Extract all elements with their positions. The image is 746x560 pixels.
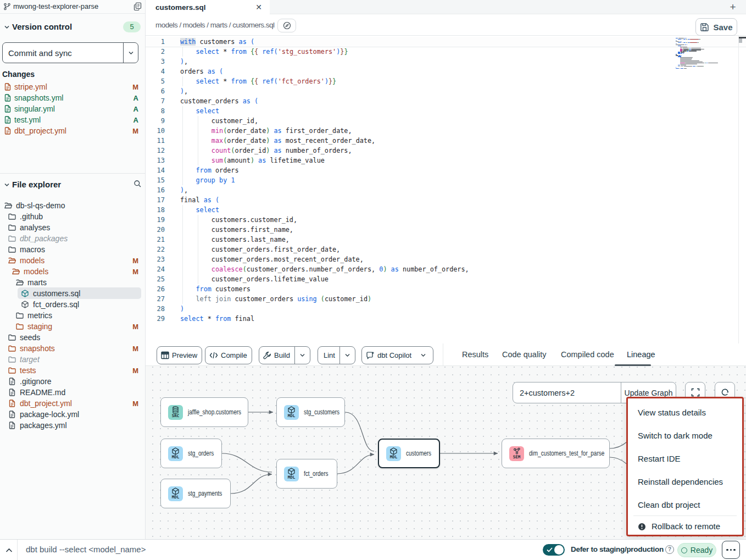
tree-item-seeds[interactable]: seeds [0,332,145,343]
code-line[interactable]: 18 select [146,205,746,215]
tree-item-readme-md[interactable]: README.md [0,387,145,398]
tree-item-dbt-packages[interactable]: dbt_packages [0,233,145,244]
build-dropdown-toggle[interactable] [295,352,310,358]
commit-and-sync-button[interactable]: Commit and sync [2,42,138,63]
tree-item-package-lock-yml[interactable]: package-lock.yml [0,409,145,420]
code-line[interactable]: 23 customer_orders.most_recent_order_dat… [146,254,746,264]
close-tab-icon[interactable]: ✕ [255,3,262,12]
chevron-down-icon[interactable] [4,24,10,30]
code-line[interactable]: 24 coalesce(customer_orders.number_of_or… [146,264,746,274]
code-line[interactable]: 20 customers.first_name, [146,225,746,235]
explore-lineage-button[interactable] [277,19,296,32]
tree-item-target[interactable]: target [0,354,145,365]
tab-results[interactable]: Results [462,343,488,365]
lineage-node-stg-orders[interactable]: MDLstg_orders [160,439,222,468]
build-button[interactable]: Build [259,346,310,364]
new-tab-button[interactable]: + [727,1,739,13]
tab-customers-sql[interactable]: customers.sql ✕ [146,0,270,14]
expand-console-button[interactable] [2,544,15,557]
status-ready-badge[interactable]: Ready [677,543,716,557]
tree-item-dbt-project-yml[interactable]: dbt_project.ymlM [0,398,145,409]
more-options-button[interactable] [722,541,740,559]
tree-item-metrics[interactable]: metrics [0,310,145,321]
code-line[interactable]: 15 group by 1 [146,175,746,185]
code-line[interactable]: 1with customers as ( [146,37,746,47]
menu-item-switch-to-dark-mode[interactable]: Switch to dark mode [630,424,746,447]
code-line[interactable]: 22 customer_orders.first_order_date, [146,245,746,254]
code-line[interactable]: 7customer_orders as ( [146,96,746,106]
change-row[interactable]: test.ymlA [0,114,145,125]
tree-item-macros[interactable]: macros [0,244,145,255]
code-line[interactable]: 26 from customers [146,284,746,294]
tree-item-analyses[interactable]: analyses [0,222,145,233]
search-icon[interactable] [133,180,142,188]
lineage-node-customers[interactable]: MDLcustomers [378,439,440,468]
copy-icon[interactable] [133,2,142,11]
code-line[interactable]: 19 customers.customer_id, [146,215,746,225]
lineage-node-stg-customers[interactable]: MDLstg_customers [276,397,345,427]
tab-code-quality[interactable]: Code quality [502,343,547,365]
lineage-node-jaffle-shop-customers[interactable]: SRCjaffle_shop.customers [160,397,248,427]
tree-item-models[interactable]: modelsM [0,255,145,266]
menu-item-reinstall-dependencies[interactable]: Reinstall dependencies [630,470,746,494]
dbt-copilot-button[interactable]: dbt Copilot [361,346,433,364]
commit-dropdown-toggle[interactable] [124,50,138,56]
code-line[interactable]: 2 select * from {{ ref('stg_customers')}… [146,47,746,57]
code-line[interactable]: 25 customer_orders.lifetime_value [146,274,746,284]
scrollbar-thumb-secondary[interactable] [739,38,742,43]
tab-lineage[interactable]: Lineage [627,343,655,365]
menu-item-restart-ide[interactable]: Restart IDE [630,447,746,470]
tree-item-models[interactable]: modelsM [0,266,145,277]
editor-scrollbar[interactable] [738,36,746,343]
tree-item--gitignore[interactable]: .gitignore [0,376,145,387]
tree-item--github[interactable]: .github [0,211,145,222]
lineage-node-stg-payments[interactable]: MDLstg_payments [160,479,231,508]
code-line[interactable]: 6), [146,86,746,96]
code-line[interactable]: 10 min(order_date) as first_order_date, [146,126,746,136]
tree-item-fct-orders-sql[interactable]: fct_orders.sql [0,299,145,310]
compile-button[interactable]: Compile [205,346,252,364]
code-line[interactable]: 29select * from final [146,314,746,324]
menu-item-clean-dbt-project[interactable]: Clean dbt project [630,494,746,517]
change-row[interactable]: dbt_project.ymlM [0,125,145,136]
minimap[interactable] [675,37,737,108]
code-line[interactable]: 28) [146,304,746,314]
code-line[interactable]: 4orders as ( [146,66,746,76]
tree-item-customers-sql[interactable]: customers.sql [0,288,145,299]
menu-item-rollback-to-remote[interactable]: Rollback to remote [630,515,746,538]
tree-item-tests[interactable]: testsM [0,365,145,376]
tree-item-snapshots[interactable]: snapshotsM [0,343,145,354]
lineage-selector-input[interactable] [513,382,621,403]
change-row[interactable]: snapshots.ymlA [0,92,145,103]
change-row[interactable]: singular.ymlA [0,103,145,114]
code-line[interactable]: 13 sum(amount) as lifetime_value [146,156,746,165]
tab-compiled-code[interactable]: Compiled code [561,343,614,365]
lineage-node-dim-customers-test-for-parse[interactable]: SEMdim_customers_test_for_parse [502,439,610,468]
code-line[interactable]: 5 select * from {{ ref('fct_orders')}} [146,76,746,86]
code-line[interactable]: 27 left join customer_orders using (cust… [146,294,746,304]
code-line[interactable]: 3), [146,57,746,66]
defer-toggle[interactable] [543,544,565,556]
change-row[interactable]: stripe.ymlM [0,81,145,92]
preview-button[interactable]: Preview [157,346,202,364]
chevron-down-icon[interactable] [4,182,10,188]
lint-button[interactable]: Lint [318,346,355,364]
menu-item-view-status-details[interactable]: View status details [630,401,746,424]
code-line[interactable]: 11 max(order_date) as most_recent_order_… [146,136,746,146]
lineage-node-fct-orders[interactable]: MDLfct_orders [276,459,337,489]
code-line[interactable]: 21 customers.last_name, [146,235,746,245]
tree-item-packages-yml[interactable]: packages.yml [0,420,145,431]
code-line[interactable]: 16), [146,185,746,195]
code-line[interactable]: 12 count(order_id) as number_of_orders, [146,146,746,156]
tree-item-staging[interactable]: stagingM [0,321,145,332]
code-editor[interactable]: 1with customers as (2 select * from {{ r… [146,36,746,343]
tree-item-db-sl-qs-demo[interactable]: db-sl-qs-demo [0,200,145,211]
command-input[interactable]: dbt build --select <model_name> [26,545,146,554]
tree-item-marts[interactable]: marts [0,277,145,288]
save-button[interactable]: Save [695,18,737,36]
code-line[interactable]: 17final as ( [146,195,746,205]
code-line[interactable]: 14 from orders [146,165,746,175]
lint-dropdown-toggle[interactable] [340,352,355,358]
code-line[interactable]: 8 select [146,106,746,116]
copilot-dropdown-toggle[interactable] [416,352,431,358]
